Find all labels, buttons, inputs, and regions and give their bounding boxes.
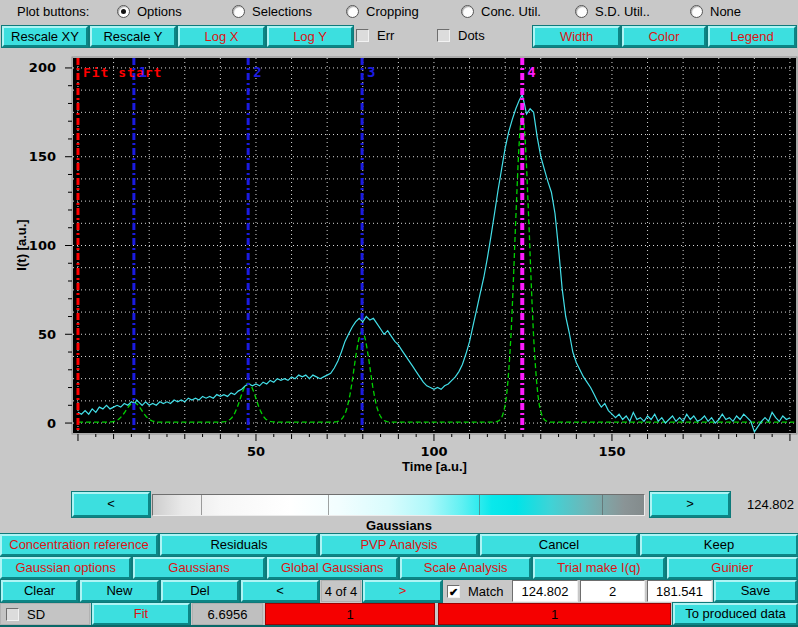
match-checkbox[interactable]: ✔ [447, 585, 460, 598]
fit-progress-field-2: 1 [438, 603, 671, 625]
gaussian-position-label: 4 of 4 [321, 580, 361, 602]
color-button[interactable]: Color [622, 26, 706, 47]
somo-hplc-window: Plot buttons: OptionsSelectionsCroppingC… [0, 0, 798, 627]
svg-text:Fit start: Fit start [83, 65, 162, 80]
wheel-value: 124.802 [734, 497, 794, 512]
svg-text:1: 1 [139, 64, 148, 80]
sd-label: SD [27, 607, 45, 622]
to-produced-data-button[interactable]: To produced data [673, 603, 798, 625]
fit-row: SD Fit 6.6956 1 1 To produced data [0, 603, 798, 625]
svg-text:3: 3 [367, 64, 376, 80]
gaussian-options-button[interactable]: Gaussian options [0, 557, 131, 579]
radio-label: Options [137, 4, 182, 19]
concentration-reference-button[interactable]: Concentration reference [0, 534, 158, 556]
radio-selections[interactable]: Selections [232, 4, 312, 19]
match-checkbox-row[interactable]: ✔ Match [447, 584, 503, 599]
trial-make-iq-button[interactable]: Trial make I(q) [533, 557, 664, 579]
svg-text:150: 150 [29, 149, 56, 164]
position-wheel-row: < > 124.802 [0, 490, 798, 519]
plot-area[interactable]: Fit start123450100150050100150200 I(t) [… [0, 49, 798, 487]
scale-analysis-button[interactable]: Scale Analysis [400, 557, 531, 579]
gaussians-button[interactable]: Gaussians [133, 557, 264, 579]
svg-text:2: 2 [253, 64, 262, 80]
svg-text:4: 4 [527, 64, 536, 80]
residuals-button[interactable]: Residuals [160, 534, 318, 556]
svg-text:100: 100 [420, 444, 447, 459]
legend-button[interactable]: Legend [708, 26, 796, 47]
cancel-button[interactable]: Cancel [480, 534, 638, 556]
gaussian-center-input[interactable] [512, 580, 578, 602]
plot-toolbar: Rescale XY Rescale Y Log X Log Y Err Dot… [0, 25, 798, 48]
log-y-button[interactable]: Log Y [267, 26, 353, 47]
radio-none[interactable]: None [690, 4, 741, 19]
wheel-right-button[interactable]: > [650, 492, 730, 517]
radio-cropping[interactable]: Cropping [346, 4, 419, 19]
svg-text:200: 200 [29, 60, 56, 75]
radio-circle-icon[interactable] [232, 5, 245, 18]
wheel-left-button[interactable]: < [72, 492, 150, 517]
radio-s-d-util-[interactable]: S.D. Util.. [575, 4, 650, 19]
wheel-notch [602, 495, 603, 515]
clear-button[interactable]: Clear [1, 580, 78, 602]
rescale-xy-button[interactable]: Rescale XY [2, 26, 88, 47]
gaussian-height-input[interactable] [647, 580, 712, 602]
svg-text:50: 50 [247, 444, 265, 459]
radio-conc-util-[interactable]: Conc. Util. [461, 4, 541, 19]
gaussian-edit-row: Clear New Del < 4 of 4 > ✔ Match Save [0, 580, 798, 602]
radio-label: Selections [252, 4, 312, 19]
log-x-button[interactable]: Log X [178, 26, 265, 47]
dots-checkbox-row[interactable]: Dots [437, 28, 485, 43]
plot-buttons-row: Plot buttons: OptionsSelectionsCroppingC… [0, 0, 798, 24]
guinier-button[interactable]: Guinier [667, 557, 798, 579]
width-button[interactable]: Width [533, 26, 620, 47]
global-gaussians-button[interactable]: Global Gaussians [267, 557, 398, 579]
fit-progress-field-1: 1 [265, 603, 435, 625]
dots-label: Dots [458, 28, 485, 43]
gaussian-width-input[interactable] [580, 580, 645, 602]
err-checkbox-row[interactable]: Err [356, 28, 394, 43]
x-axis-title: Time [a.u.] [73, 459, 796, 474]
save-button[interactable]: Save [714, 580, 797, 602]
err-label: Err [377, 28, 394, 43]
radio-label: Cropping [366, 4, 419, 19]
radio-label: Conc. Util. [481, 4, 541, 19]
svg-text:50: 50 [38, 327, 56, 342]
radio-circle-icon[interactable] [575, 5, 588, 18]
svg-text:0: 0 [47, 416, 56, 431]
dots-checkbox[interactable] [437, 29, 450, 42]
radio-circle-icon[interactable] [690, 5, 703, 18]
actions-row: Concentration reference Residuals PVP An… [0, 534, 798, 556]
gaussians-title: Gaussians [0, 518, 798, 533]
wheel-notch [479, 495, 480, 515]
radio-circle-icon[interactable] [346, 5, 359, 18]
y-axis-title: I(t) [a.u.] [14, 219, 29, 270]
position-wheel[interactable] [152, 494, 645, 516]
radio-circle-icon[interactable] [117, 5, 130, 18]
wheel-notch [201, 495, 202, 515]
plot-buttons-label: Plot buttons: [17, 4, 89, 19]
next-gaussian-button[interactable]: > [363, 580, 442, 602]
prev-gaussian-button[interactable]: < [241, 580, 319, 602]
modes-row: Gaussian options Gaussians Global Gaussi… [0, 557, 798, 579]
radio-label: None [710, 4, 741, 19]
fit-button[interactable]: Fit [92, 603, 190, 625]
plot-canvas[interactable]: Fit start123450100150050100150200 [0, 49, 798, 487]
new-button[interactable]: New [80, 580, 159, 602]
pvp-analysis-button[interactable]: PVP Analysis [320, 534, 478, 556]
rescale-y-button[interactable]: Rescale Y [90, 26, 176, 47]
match-label: Match [468, 584, 503, 599]
wheel-notch [328, 495, 329, 515]
del-button[interactable]: Del [161, 580, 239, 602]
sd-checkbox-cell[interactable]: SD [0, 603, 90, 625]
err-checkbox[interactable] [356, 29, 369, 42]
rmsd-value: 6.6956 [192, 603, 263, 625]
radio-options[interactable]: Options [117, 4, 182, 19]
keep-button[interactable]: Keep [640, 534, 798, 556]
sd-checkbox[interactable] [6, 608, 19, 621]
radio-circle-icon[interactable] [461, 5, 474, 18]
svg-text:150: 150 [598, 444, 625, 459]
radio-label: S.D. Util.. [595, 4, 650, 19]
svg-text:100: 100 [29, 238, 56, 253]
